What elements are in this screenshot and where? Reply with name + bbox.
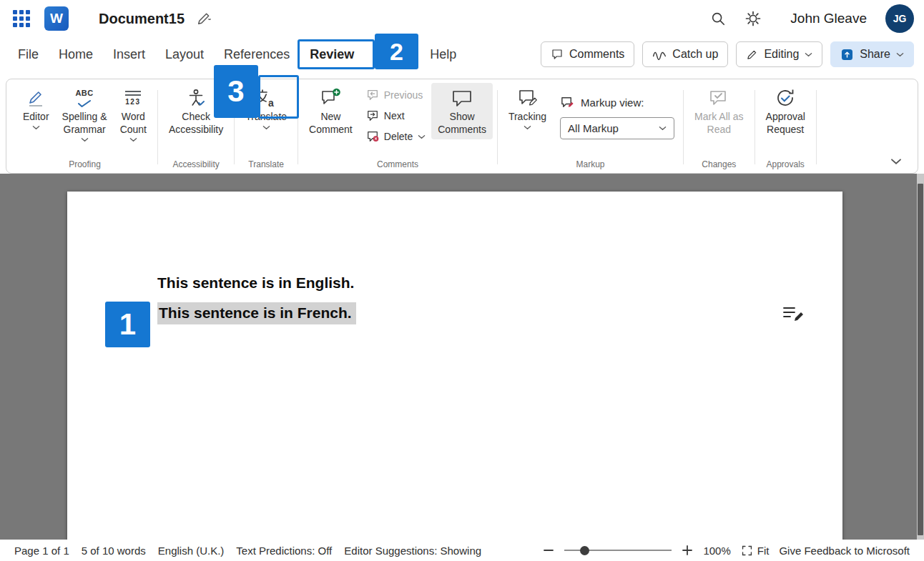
editor-suggestions-status[interactable]: Editor Suggestions: Showing (344, 545, 481, 557)
share-button-label: Share (860, 48, 890, 61)
fit-expand-icon (741, 545, 753, 557)
editing-pencil-icon (746, 49, 758, 61)
statusbar-right: 100% Fit Give Feedback to Microsoft (543, 545, 910, 557)
scrollbar-thumb[interactable] (918, 184, 923, 535)
page-count-status[interactable]: Page 1 of 1 (14, 545, 69, 557)
doc-line-french[interactable]: This sentence is in French. (157, 304, 356, 322)
statusbar-left: Page 1 of 1 5 of 10 words English (U.K.)… (14, 545, 481, 557)
mark-all-read-label: Mark All asRead (694, 111, 743, 136)
fit-to-width-button[interactable]: Fit (741, 545, 770, 557)
group-label-changes: Changes (702, 158, 736, 173)
zoom-slider-thumb[interactable] (580, 546, 589, 555)
zoom-in-icon[interactable] (682, 545, 693, 556)
markup-view-value: All Markup (568, 122, 619, 134)
catch-up-squiggle-icon (652, 49, 667, 60)
show-comments-label: ShowComments (438, 111, 486, 136)
next-comment-icon (366, 109, 379, 122)
tab-file[interactable]: File (8, 43, 49, 66)
previous-label: Previous (384, 89, 423, 101)
new-comment-label: NewComment (309, 111, 353, 136)
language-status[interactable]: English (U.K.) (158, 545, 225, 557)
settings-gear-icon[interactable] (744, 10, 762, 27)
word-count-icon: 123 (125, 86, 141, 109)
ribbon-group-divider (816, 90, 817, 164)
zoom-slider[interactable] (564, 545, 672, 555)
chevron-down-icon (890, 158, 902, 165)
statusbar: Page 1 of 1 5 of 10 words English (U.K.)… (0, 540, 924, 561)
tab-layout[interactable]: Layout (155, 43, 214, 66)
ribbon-group-comments: NewComment Previous Next Delete (300, 83, 496, 173)
delete-comment-button[interactable]: Delete (363, 129, 428, 144)
tracking-icon (517, 86, 539, 109)
previous-comment-button[interactable]: Previous (363, 87, 426, 103)
check-accessibility-button[interactable]: CheckAccessibility (162, 83, 230, 139)
chevron-down-icon (129, 137, 137, 142)
translate-button[interactable]: a Translate (239, 83, 293, 134)
vertical-scrollbar[interactable] (917, 174, 924, 540)
ribbon-group-divider (497, 90, 498, 164)
app-launcher-icon[interactable] (13, 10, 30, 27)
document-title[interactable]: Document15 (99, 11, 185, 27)
selected-text-highlight[interactable]: This sentence is in French. (157, 302, 356, 324)
tab-references[interactable]: References (214, 43, 300, 66)
word-count-status[interactable]: 5 of 10 words (82, 545, 146, 557)
user-name: John Gleave (790, 11, 867, 26)
mark-all-as-read-button[interactable]: Mark All asRead (688, 83, 749, 139)
group-label-translate: Translate (248, 158, 284, 173)
ribbon-group-divider (755, 90, 755, 164)
tracked-change-indicator-icon[interactable] (782, 304, 805, 325)
next-comment-button[interactable]: Next (363, 108, 408, 124)
share-button[interactable]: Share (830, 41, 914, 67)
spelling-grammar-button[interactable]: ABC Spelling &Grammar (56, 83, 114, 146)
editor-pen-icon (26, 86, 46, 109)
group-label-markup: Markup (576, 158, 605, 173)
document-page[interactable]: This sentence is in English. This senten… (67, 192, 842, 540)
ribbon-group-markup: Tracking Markup view: All Markup Markup (499, 83, 682, 173)
show-comments-button[interactable]: ShowComments (431, 83, 493, 139)
comments-button-label: Comments (569, 48, 624, 61)
new-comment-button[interactable]: NewComment (303, 83, 359, 139)
rename-pen-icon[interactable] (196, 11, 212, 26)
markup-view-dropdown[interactable]: All Markup (560, 117, 674, 139)
chevron-down-icon (81, 137, 89, 142)
editor-label: Editor (23, 111, 49, 124)
approval-request-label: ApprovalRequest (766, 111, 805, 136)
tab-review[interactable]: Review (300, 43, 364, 66)
share-icon (840, 48, 854, 61)
chevron-down-icon (524, 125, 531, 130)
tracking-button[interactable]: Tracking (502, 83, 553, 134)
svg-text:a: a (268, 97, 274, 109)
group-label-accessibility: Accessibility (172, 158, 219, 173)
catch-up-button[interactable]: Catch up (642, 41, 728, 67)
ribbon-group-translate: a Translate Translate (236, 83, 296, 173)
give-feedback-link[interactable]: Give Feedback to Microsoft (779, 545, 910, 557)
avatar[interactable]: JG (885, 4, 914, 33)
chevron-down-icon (262, 125, 270, 130)
ribbon-collapse-chevron[interactable] (890, 157, 902, 167)
tab-home[interactable]: Home (49, 43, 103, 66)
word-logo[interactable]: W (44, 6, 69, 31)
search-icon[interactable] (710, 11, 726, 26)
editor-button[interactable]: Editor (16, 83, 56, 134)
tab-insert[interactable]: Insert (103, 43, 155, 66)
zoom-level[interactable]: 100% (703, 545, 730, 557)
editing-mode-button[interactable]: Editing (736, 41, 822, 67)
tab-help[interactable]: Help (420, 43, 466, 66)
comment-bubble-icon (551, 48, 564, 61)
topbar-right: John Gleave JG (710, 4, 914, 33)
delete-label: Delete (384, 131, 413, 142)
chevron-down-icon (805, 52, 812, 57)
ribbon-group-accessibility: CheckAccessibility Accessibility (159, 83, 232, 173)
accessibility-person-icon (186, 86, 206, 109)
ribbon-group-divider (234, 90, 235, 164)
text-predictions-status[interactable]: Text Predictions: Off (236, 545, 332, 557)
markup-view-column: Markup view: All Markup (553, 83, 679, 139)
zoom-out-icon[interactable] (543, 545, 554, 556)
comment-nav-column: Previous Next Delete (359, 83, 431, 144)
approval-request-button[interactable]: ApprovalRequest (760, 83, 812, 139)
doc-line-english[interactable]: This sentence is in English. (157, 274, 354, 292)
word-count-button[interactable]: 123 WordCount (114, 83, 153, 146)
ribbon-group-divider (298, 90, 298, 164)
chevron-down-icon (418, 134, 426, 139)
comments-button[interactable]: Comments (541, 41, 634, 67)
